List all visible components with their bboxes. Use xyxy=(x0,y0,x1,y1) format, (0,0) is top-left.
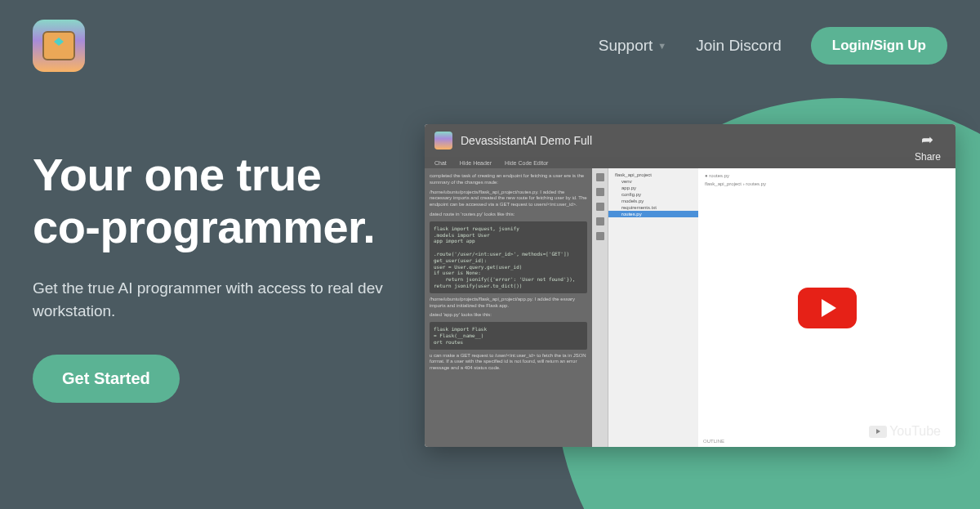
hero-left: Your one true co-programmer. Get the tru… xyxy=(33,124,400,447)
nav-discord[interactable]: Join Discord xyxy=(696,37,782,55)
nav-support[interactable]: Support ▼ xyxy=(599,37,666,55)
tree-item: config.py xyxy=(608,191,698,198)
nav-right: Support ▼ Join Discord Login/Sign Up xyxy=(599,27,947,65)
share-icon: ➦ xyxy=(921,131,933,149)
subheadline: Get the true AI programmer with access t… xyxy=(33,277,400,324)
youtube-icon xyxy=(869,426,887,438)
youtube-watermark[interactable]: YouTube xyxy=(869,424,941,439)
headline: Your one true co-programmer. xyxy=(33,149,400,254)
app-label: dated 'app.py' looks like this: xyxy=(430,312,587,319)
chevron-down-icon: ▼ xyxy=(657,41,666,51)
hero-section: Your one true co-programmer. Get the tru… xyxy=(0,92,980,447)
activity-bar xyxy=(592,168,608,447)
app-path-text: /home/ubuntu/projects/flask_api_project/… xyxy=(430,297,587,310)
nav-support-label: Support xyxy=(599,37,653,55)
logo-icon xyxy=(42,31,75,60)
code-block-2: flask import Flask = Flask(__name__) ort… xyxy=(430,322,587,349)
file-tree: flask_api_project venv app.py config.py … xyxy=(608,168,698,447)
hero-right: DevassistantAI Demo Full ➦ Share Chat Hi… xyxy=(425,124,956,447)
tree-item: venv xyxy=(608,178,698,185)
video-logo-icon xyxy=(434,132,452,150)
video-embed[interactable]: DevassistantAI Demo Full ➦ Share Chat Hi… xyxy=(425,124,956,447)
chat-pane: completed the task of creating an endpoi… xyxy=(425,168,592,447)
menu-hide-code: Hide Code Editor xyxy=(505,160,548,166)
menu-chat: Chat xyxy=(434,160,447,166)
summary-text: completed the task of creating an endpoi… xyxy=(430,173,587,186)
search-icon xyxy=(596,188,604,196)
login-signup-button[interactable]: Login/Sign Up xyxy=(811,27,947,65)
path-text: /home/ubuntu/projects/flask_api_project/… xyxy=(430,190,587,208)
outline-label: OUTLINE xyxy=(703,439,724,444)
files-icon xyxy=(596,173,604,181)
nav-discord-label: Join Discord xyxy=(696,37,782,55)
menu-hide-header: Hide Header xyxy=(460,160,492,166)
tree-item: app.py xyxy=(608,185,698,191)
main-nav: Support ▼ Join Discord Login/Sign Up xyxy=(0,0,980,92)
code-block-1: flask import request, jsonify .models im… xyxy=(430,221,587,293)
video-header: DevassistantAI Demo Full ➦ Share xyxy=(425,124,956,157)
video-body: completed the task of creating an endpoi… xyxy=(425,168,956,447)
video-title: DevassistantAI Demo Full xyxy=(461,134,592,147)
share-button[interactable]: ➦ Share xyxy=(915,131,941,163)
footer-text: u can make a GET request to /user/<int:u… xyxy=(430,353,587,372)
debug-icon xyxy=(596,217,604,225)
youtube-label: YouTube xyxy=(889,424,941,439)
route-label: dated route in 'routes.py' looks like th… xyxy=(430,212,587,218)
video-menu-bar: Chat Hide Header Hide Code Editor xyxy=(425,157,956,168)
logo[interactable] xyxy=(33,20,85,72)
git-icon xyxy=(596,203,604,211)
play-button[interactable] xyxy=(798,288,857,328)
editor-tab: ● routes.py xyxy=(702,172,952,180)
extensions-icon xyxy=(596,232,604,240)
share-label: Share xyxy=(915,151,941,163)
tree-item: requirements.txt xyxy=(608,204,698,211)
get-started-button[interactable]: Get Started xyxy=(33,355,180,403)
tree-item-selected: routes.py xyxy=(608,211,698,217)
editor-breadcrumb: flask_api_project › routes.py xyxy=(702,180,952,188)
tree-item: models.py xyxy=(608,198,698,204)
play-icon xyxy=(822,299,836,317)
tree-root: flask_api_project xyxy=(608,172,698,178)
editor-pane: ● routes.py flask_api_project › routes.p… xyxy=(698,168,956,447)
